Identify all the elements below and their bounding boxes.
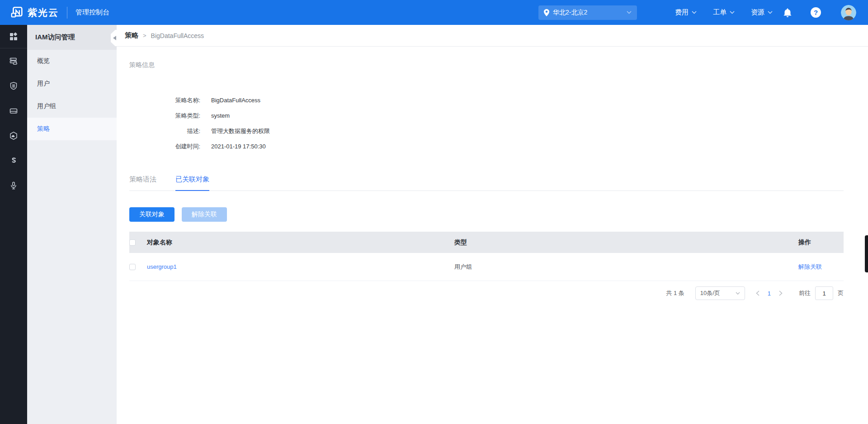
row-checkbox[interactable]	[129, 264, 136, 270]
policy-description-row: 描述: 管理大数据服务的权限	[129, 124, 844, 139]
navbar-divider	[67, 7, 67, 19]
help-button[interactable]: ?	[811, 7, 821, 18]
sidebar-item-policies[interactable]: 策略	[27, 118, 117, 140]
policy-description-label: 描述:	[129, 127, 200, 135]
rail-item-dashboard[interactable]	[0, 25, 27, 48]
question-mark-icon: ?	[814, 9, 818, 16]
unis-cloud-logo-icon	[11, 6, 23, 19]
total-count-label: 共 1 条	[666, 289, 684, 297]
sidebar-title: IAM访问管理	[27, 25, 117, 50]
rail-item-storage[interactable]	[0, 98, 27, 123]
policy-info-title: 策略信息	[129, 61, 844, 69]
floating-widget-handle[interactable]	[865, 235, 868, 272]
disassociate-button[interactable]: 解除关联	[182, 207, 227, 222]
user-avatar[interactable]	[841, 5, 856, 20]
rail-item-server[interactable]	[0, 48, 27, 73]
dashboard-icon	[9, 32, 18, 41]
iam-sidebar: IAM访问管理 概览 用户 用户组 策略	[27, 25, 117, 424]
hexagon-cloud-icon	[9, 131, 18, 140]
object-type-cell: 用户组	[454, 263, 798, 271]
location-pin-icon	[544, 9, 549, 16]
rail-item-security[interactable]	[0, 73, 27, 98]
sidebar-item-overview[interactable]: 概览	[27, 50, 117, 72]
menu-workorder[interactable]: 工单	[713, 8, 735, 17]
menu-billing-label: 费用	[675, 8, 689, 17]
column-header-operation: 操作	[798, 238, 844, 247]
service-rail	[0, 25, 27, 424]
goto-label: 前往	[799, 289, 811, 297]
associated-objects-table: 对象名称 类型 操作 usergroup1 用户组 解除关联	[129, 232, 844, 281]
brand-name: 紫光云	[28, 6, 59, 19]
breadcrumb: 策略 > BigDataFullAccess	[117, 25, 868, 47]
sidebar-item-usergroups[interactable]: 用户组	[27, 95, 117, 118]
chevron-down-icon	[692, 11, 697, 14]
region-selector[interactable]: 华北2-北京2	[538, 5, 637, 20]
region-label: 华北2-北京2	[553, 9, 587, 17]
table-header-row: 对象名称 类型 操作	[129, 232, 844, 253]
disk-icon	[9, 106, 18, 115]
detail-tabs: 策略语法 已关联对象	[129, 175, 844, 191]
chevron-down-icon	[768, 11, 773, 14]
pagination: 共 1 条 10条/页 1 前往 页	[129, 286, 844, 300]
policy-type-row: 策略类型: system	[129, 108, 844, 124]
rail-item-network[interactable]	[0, 123, 27, 148]
policy-name-label: 策略名称:	[129, 96, 200, 105]
menu-billing[interactable]: 费用	[675, 8, 697, 17]
policy-name-value: BigDataFullAccess	[211, 96, 260, 105]
row-disassociate-link[interactable]: 解除关联	[798, 263, 822, 270]
microphone-icon	[9, 181, 18, 190]
menu-resources-label: 资源	[751, 8, 764, 17]
shield-icon	[9, 81, 18, 91]
policy-created-value: 2021-01-19 17:50:30	[211, 143, 266, 151]
tab-associated-objects[interactable]: 已关联对象	[175, 175, 209, 191]
tab-policy-syntax[interactable]: 策略语法	[129, 175, 156, 191]
collapse-arrow-icon	[113, 36, 116, 40]
policy-type-value: system	[211, 112, 230, 120]
bell-icon	[783, 8, 792, 17]
page-size-select[interactable]: 10条/页	[695, 286, 745, 300]
server-cloud-icon	[9, 57, 18, 66]
menu-workorder-label: 工单	[713, 8, 726, 17]
goto-page-input[interactable]	[815, 286, 833, 300]
table-actions: 关联对象 解除关联	[129, 207, 844, 222]
policy-info-fields: 策略名称: BigDataFullAccess 策略类型: system 描述:…	[129, 93, 844, 154]
breadcrumb-current: BigDataFullAccess	[151, 32, 204, 39]
next-page-button[interactable]	[779, 291, 783, 296]
page-size-value: 10条/页	[700, 289, 720, 297]
notifications-button[interactable]	[783, 8, 792, 17]
policy-type-label: 策略类型:	[129, 112, 200, 120]
column-header-object-name: 对象名称	[147, 238, 454, 247]
policy-description-value: 管理大数据服务的权限	[211, 127, 270, 135]
rail-item-dataflow[interactable]	[0, 148, 27, 173]
data-flow-icon	[9, 156, 18, 165]
page-unit-label: 页	[838, 289, 844, 297]
chevron-down-icon	[736, 292, 740, 295]
menu-resources[interactable]: 资源	[751, 8, 773, 17]
column-header-type: 类型	[454, 238, 798, 247]
chevron-down-icon	[730, 11, 735, 14]
brand-logo[interactable]: 紫光云	[11, 6, 59, 19]
policy-created-label: 创建时间:	[129, 143, 200, 151]
object-name-link[interactable]: usergroup1	[147, 263, 177, 270]
table-row: usergroup1 用户组 解除关联	[129, 253, 844, 281]
console-title: 管理控制台	[75, 8, 109, 17]
policy-created-row: 创建时间: 2021-01-19 17:50:30	[129, 139, 844, 154]
top-navbar: 紫光云 管理控制台 华北2-北京2 费用 工单 资源 ?	[0, 0, 868, 25]
policy-name-row: 策略名称: BigDataFullAccess	[129, 93, 844, 108]
breadcrumb-parent-link[interactable]: 策略	[125, 31, 138, 40]
select-all-checkbox[interactable]	[129, 239, 136, 246]
chevron-down-icon	[627, 11, 632, 14]
sidebar-item-users[interactable]: 用户	[27, 72, 117, 95]
rail-item-voice[interactable]	[0, 173, 27, 198]
breadcrumb-separator: >	[143, 32, 146, 39]
page-number-1[interactable]: 1	[768, 290, 771, 297]
main-page: 策略 > BigDataFullAccess 策略信息 策略名称: BigDat…	[117, 25, 868, 424]
prev-page-button[interactable]	[756, 291, 760, 296]
associate-object-button[interactable]: 关联对象	[129, 207, 175, 222]
